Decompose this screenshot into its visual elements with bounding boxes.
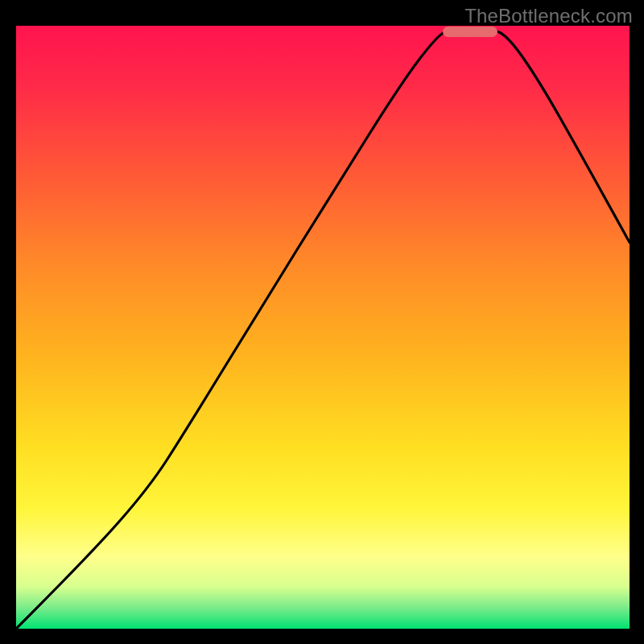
baseline [10, 629, 634, 634]
gradient-rect [16, 26, 630, 629]
chart-plot-area [16, 26, 630, 629]
watermark-text: TheBottleneck.com [464, 5, 633, 27]
chart-frame [10, 26, 634, 634]
optimal-range-marker [443, 27, 497, 37]
